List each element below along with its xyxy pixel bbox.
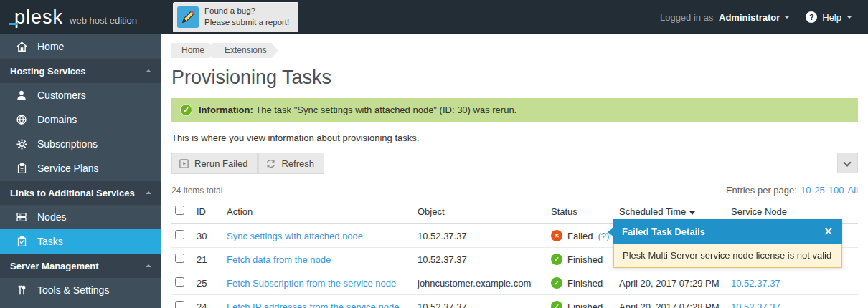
collapse-icon [146,69,151,72]
user-name: Administrator [719,12,780,23]
user-menu[interactable]: Administrator [719,12,790,23]
rerun-icon [179,158,189,169]
service-node-link[interactable]: 10.52.37.37 [731,278,780,289]
logged-in-as: Logged in as Administrator [660,12,790,23]
status-badge: ✓ Finished [551,254,612,265]
info-banner: ✓ Information: The task "Sync settings w… [171,98,858,122]
table-row: 24 Fetch IP addresses from the service n… [171,295,858,308]
task-id: 25 [193,271,223,295]
close-icon[interactable]: ✕ [824,226,834,238]
sidebar-item-service-plans[interactable]: Service Plans [0,156,161,181]
plesk-logo-text: plesk [14,6,63,29]
logo-underscore [9,23,18,25]
refresh-button[interactable]: Refresh [258,153,324,174]
found-a-bug-button[interactable]: Found a bug? Please submit a report! [173,2,298,32]
entries-option-10[interactable]: 10 [801,185,811,196]
chevron-down-icon [784,16,790,19]
table-row: 25 Fetch Subscription from the service n… [171,271,858,295]
task-id: 24 [193,295,223,308]
plesk-app: plesk web host edition Found a bug? Plea… [0,0,868,308]
task-scheduled-time: April 20, 2017 07:28 PM [615,295,727,308]
rerun-failed-button[interactable]: Rerun Failed [171,153,258,174]
sidebar-item-subscriptions[interactable]: Subscriptions [0,132,161,156]
row-checkbox[interactable] [175,254,184,263]
tools-icon [15,284,28,296]
task-object: 10.52.37.37 [414,248,547,271]
task-action-link[interactable]: Fetch IP addresses from the service node [227,302,399,308]
list-settings-button[interactable] [837,153,858,173]
sidebar-item-tools-settings[interactable]: Tools & Settings [0,278,161,302]
help-label: Help [822,12,841,23]
finished-icon: ✓ [551,254,562,265]
sidebar-section-server-management[interactable]: Server Management [0,254,161,278]
column-header-object[interactable]: Object [414,202,547,224]
task-object: johncustomer.example.com [414,271,547,295]
column-header-id[interactable]: ID [193,202,223,224]
entries-option-100[interactable]: 100 [829,185,844,196]
server-icon [15,211,28,223]
sort-desc-icon [689,211,695,215]
toolbar: Rerun Failed Refresh [171,153,858,174]
finished-icon: ✓ [551,277,562,289]
task-id: 30 [193,224,223,248]
status-badge: ✓ Finished [551,301,612,308]
row-checkbox[interactable] [175,230,184,239]
failed-task-details-popup: Failed Task Details ✕ Plesk Multi Server… [613,219,842,268]
sidebar-item-home[interactable]: Home [0,34,161,59]
task-scheduled-time: April 20, 2017 07:29 PM [615,271,727,295]
sidebar-item-domains[interactable]: Domains [0,107,161,132]
help-icon: ? [806,11,817,23]
sidebar-section-links-additional-services[interactable]: Links to Additional Services [0,181,161,205]
task-action-link[interactable]: Fetch Subscription from the service node [227,278,396,289]
bug-button-text: Found a bug? Please submit a report! [204,6,289,28]
failed-icon: ✕ [551,230,562,241]
entries-option-25[interactable]: 25 [814,185,824,196]
popup-title: Failed Task Details [622,226,705,237]
popup-header: Failed Task Details ✕ [613,219,842,244]
edition-label: web host edition [70,15,137,26]
info-banner-text: Information: The task "Sync settings wit… [199,105,516,115]
home-icon [15,41,28,53]
chevron-down-icon [846,16,852,19]
logo[interactable]: plesk web host edition [0,6,161,29]
page-description: This is where you view information about… [171,133,858,143]
task-object: 10.52.37.37 [414,295,547,308]
collapse-icon [146,191,151,194]
list-info-row: 24 items total Entries per page: 10 25 1… [171,185,858,196]
gear-icon [15,138,28,150]
task-action-link[interactable]: Sync settings with attached node [227,231,363,241]
sidebar: Home Hosting Services Customers Domains … [0,34,161,308]
page-title: Provisioning Tasks [171,67,858,89]
breadcrumb-home[interactable]: Home [171,43,216,58]
entries-option-all[interactable]: All [848,185,858,196]
collapse-icon [146,264,151,267]
breadcrumb-extensions[interactable]: Extensions [212,43,278,58]
refresh-icon [265,158,276,169]
column-header-status[interactable]: Status [547,202,615,224]
success-check-icon: ✓ [180,104,192,116]
items-total: 24 items total [171,186,222,196]
sidebar-section-hosting-services[interactable]: Hosting Services [0,59,161,83]
entries-per-page: Entries per page: 10 25 100 All [726,185,858,196]
task-id: 21 [193,248,223,271]
status-badge: ✕ Failed (?) [551,230,612,241]
sidebar-item-tasks[interactable]: Tasks [0,229,161,254]
column-header-action[interactable]: Action [223,202,414,224]
help-menu[interactable]: ? Help [806,11,852,23]
chevron-down-icon [843,158,851,166]
select-all-checkbox[interactable] [175,206,184,215]
row-checkbox[interactable] [175,301,184,308]
task-object: 10.52.37.37 [414,224,547,248]
clipboard-check-icon [15,236,28,247]
sidebar-item-nodes[interactable]: Nodes [0,205,161,229]
customers-icon [15,90,28,101]
status-badge: ✓ Finished [551,277,612,289]
top-header: plesk web host edition Found a bug? Plea… [0,0,868,34]
service-node-link[interactable]: 10.52.37.37 [731,302,780,308]
task-action-link[interactable]: Fetch data from the node [227,254,331,265]
sidebar-item-customers[interactable]: Customers [0,83,161,107]
clipboard-icon [15,163,28,174]
row-checkbox[interactable] [175,277,184,287]
finished-icon: ✓ [551,301,562,308]
breadcrumb: Home Extensions [171,43,858,58]
